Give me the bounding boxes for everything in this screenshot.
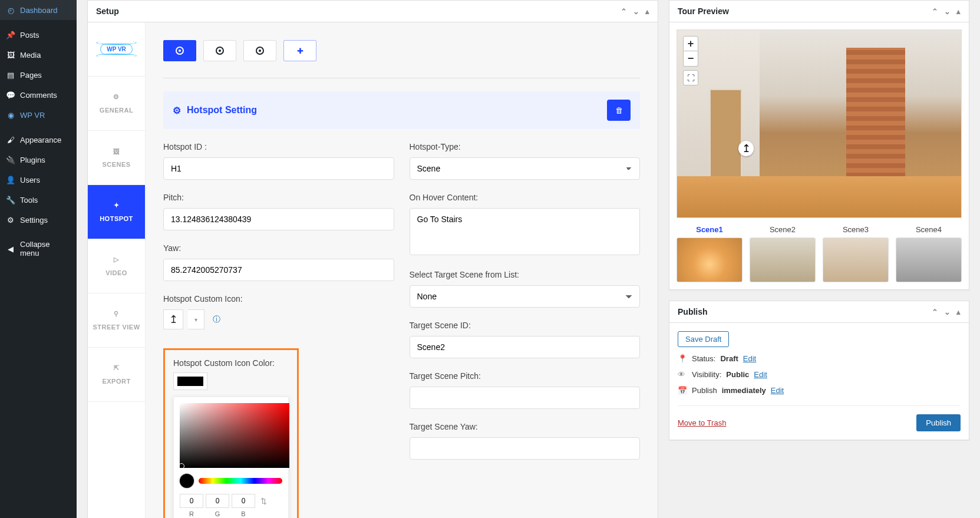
menu-media[interactable]: 🖼Media: [0, 45, 77, 65]
menu-dashboard[interactable]: ◴Dashboard: [0, 0, 77, 20]
pin-icon: 📌: [6, 30, 15, 39]
panel-controls: ⌃ ⌄ ▴: [932, 7, 961, 16]
hotspot-id-input[interactable]: [163, 157, 394, 180]
wrench-icon: 🔧: [6, 195, 15, 204]
target-scene-select[interactable]: None: [410, 285, 641, 308]
icon-picker: ↥ ▾ ⓘ: [163, 309, 394, 329]
menu-label: WP VR: [20, 111, 45, 120]
scene-thumb-4[interactable]: Scene4: [896, 225, 962, 282]
color-picker: ⇅ R G B: [173, 397, 289, 518]
delete-hotspot-button[interactable]: 🗑: [607, 100, 631, 121]
visibility-edit-link[interactable]: Edit: [754, 370, 767, 379]
menu-collapse[interactable]: ◀Collapse menu: [0, 235, 77, 263]
color-swatch-button[interactable]: [173, 372, 207, 390]
video-icon: ▷: [114, 256, 119, 263]
zoom-in-button[interactable]: +: [683, 36, 698, 51]
user-icon: 👤: [6, 175, 15, 184]
tab-general[interactable]: ⚙GENERAL: [88, 77, 145, 131]
scene-thumbnails: Scene1 Scene2 Scene3 Scene4: [677, 225, 962, 282]
panorama-viewer[interactable]: + − ⛶ ↥: [677, 29, 962, 218]
pitch-input[interactable]: [163, 208, 394, 230]
field-custom-icon: Hotspot Custom Icon: ↥ ▾ ⓘ: [163, 294, 394, 329]
hotspot-nav-1[interactable]: [163, 40, 196, 61]
zoom-out-button[interactable]: −: [683, 51, 698, 67]
scene-thumb-1[interactable]: Scene1: [677, 225, 743, 282]
tab-scenes[interactable]: 🖼SCENES: [88, 131, 145, 185]
hotspot-nav-2[interactable]: [203, 40, 236, 61]
panel-down-icon[interactable]: ⌄: [944, 308, 951, 316]
panel-down-icon[interactable]: ⌄: [633, 7, 639, 16]
color-saturation-field[interactable]: [180, 403, 289, 468]
logo-tile: WP VR: [88, 22, 145, 77]
menu-tools[interactable]: 🔧Tools: [0, 190, 77, 210]
tab-label: SCENES: [102, 161, 130, 168]
icon-dropdown-button[interactable]: ▾: [188, 309, 204, 329]
hue-slider[interactable]: [199, 478, 282, 484]
menu-pages[interactable]: ▤Pages: [0, 65, 77, 85]
tab-street-view[interactable]: ⚲STREET VIEW: [88, 293, 145, 348]
target-scene-id-input[interactable]: [410, 336, 641, 358]
color-g-input[interactable]: [206, 494, 229, 508]
color-r-input[interactable]: [180, 494, 203, 508]
panel-toggle-icon[interactable]: ▴: [956, 7, 961, 16]
yaw-input[interactable]: [163, 259, 394, 281]
hover-content-textarea[interactable]: Go To Stairs: [410, 208, 641, 255]
thumb-image: [750, 237, 816, 282]
color-b-input[interactable]: [232, 494, 255, 508]
hotspot-marker[interactable]: ↥: [738, 141, 754, 156]
color-cursor[interactable]: [179, 463, 184, 469]
field-hotspot-id: Hotspot ID :: [163, 142, 394, 180]
panel-up-icon[interactable]: ⌃: [932, 308, 938, 316]
publish-footer: Move to Trash Publish: [678, 405, 961, 431]
scene-thumb-2[interactable]: Scene2: [750, 225, 816, 282]
collapse-icon: ◀: [6, 244, 15, 253]
visibility-value: Public: [726, 370, 749, 379]
color-swatch: [177, 377, 203, 386]
move-to-trash-link[interactable]: Move to Trash: [678, 418, 726, 427]
menu-comments[interactable]: 💬Comments: [0, 85, 77, 105]
eye-icon: 👁: [678, 370, 687, 379]
hotspot-nav-add[interactable]: ✚: [283, 40, 316, 61]
panel-toggle-icon[interactable]: ▴: [645, 7, 649, 16]
color-mode-toggle[interactable]: ⇅: [258, 494, 269, 508]
tab-label: VIDEO: [105, 269, 127, 276]
icon-select-button[interactable]: ↥: [163, 309, 183, 329]
menu-users[interactable]: 👤Users: [0, 170, 77, 190]
publish-button[interactable]: Publish: [916, 414, 961, 431]
panel-up-icon[interactable]: ⌃: [932, 7, 938, 16]
panel-controls: ⌃ ⌄ ▴: [932, 308, 961, 316]
fullscreen-button[interactable]: ⛶: [683, 70, 698, 85]
tour-preview-panel: Tour Preview ⌃ ⌄ ▴ + − ⛶: [669, 0, 969, 290]
panel-up-icon[interactable]: ⌃: [621, 7, 627, 16]
menu-posts[interactable]: 📌Posts: [0, 25, 77, 45]
panel-down-icon[interactable]: ⌄: [944, 7, 951, 16]
tab-video[interactable]: ▷VIDEO: [88, 239, 145, 293]
setup-header: Setup ⌃ ⌄ ▴: [88, 1, 658, 22]
gear-icon: ⚙: [113, 93, 120, 101]
target-pitch-input[interactable]: [410, 387, 641, 409]
tab-export[interactable]: ⇱EXPORT: [88, 348, 145, 402]
panel-toggle-icon[interactable]: ▴: [956, 308, 961, 316]
menu-plugins[interactable]: 🔌Plugins: [0, 150, 77, 170]
status-edit-link[interactable]: Edit: [743, 354, 756, 363]
setup-content: ✚ ⚙Hotspot Setting 🗑 Hotspot ID :: [146, 22, 658, 518]
menu-wpvr[interactable]: ◉WP VR: [0, 105, 77, 125]
schedule-edit-link[interactable]: Edit: [771, 386, 784, 395]
label: Hotspot ID :: [163, 142, 394, 151]
target-yaw-input[interactable]: [410, 437, 641, 460]
status-value: Draft: [720, 354, 738, 363]
scene-thumb-3[interactable]: Scene3: [823, 225, 889, 282]
hotspot-type-select[interactable]: Scene: [410, 157, 641, 180]
pin-icon: 📍: [678, 354, 687, 363]
field-pitch: Pitch:: [163, 193, 394, 230]
tab-hotspot[interactable]: ✦HOTSPOT: [88, 185, 145, 239]
door-graphic: [710, 89, 742, 183]
menu-settings[interactable]: ⚙Settings: [0, 210, 77, 230]
field-target-scene-id: Target Scene ID:: [410, 321, 641, 358]
r-label: R: [180, 510, 203, 517]
save-draft-button[interactable]: Save Draft: [678, 331, 729, 347]
fullscreen-icon: ⛶: [687, 74, 695, 83]
info-icon[interactable]: ⓘ: [213, 314, 220, 325]
menu-appearance[interactable]: 🖌Appearance: [0, 130, 77, 150]
hotspot-nav-3[interactable]: [243, 40, 276, 61]
